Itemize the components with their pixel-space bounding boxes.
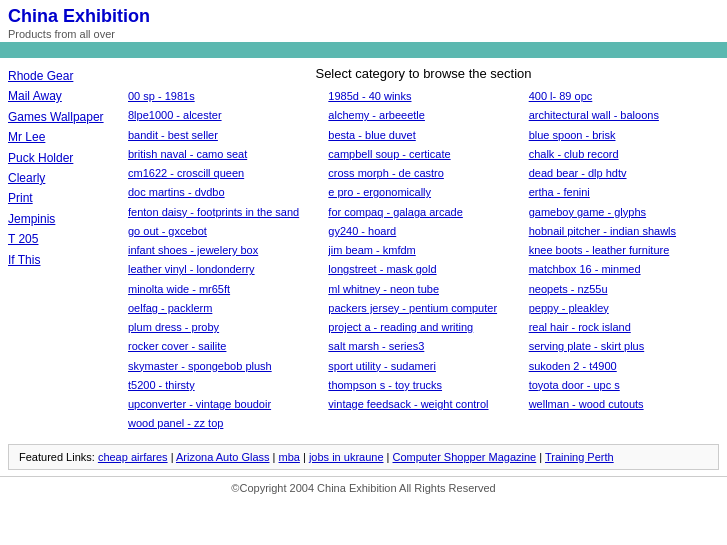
category-link[interactable]: real hair - rock island	[529, 321, 631, 333]
featured-separator: |	[384, 451, 393, 463]
list-item: sukoden 2 - t4900	[529, 357, 719, 376]
category-link[interactable]: jim beam - kmfdm	[328, 244, 415, 256]
sidebar: Rhode GearMail AwayGames WallpaperMr Lee…	[8, 62, 118, 434]
sidebar-link[interactable]: Clearly	[8, 168, 118, 188]
category-link[interactable]: dead bear - dlp hdtv	[529, 167, 627, 179]
category-link[interactable]: upconverter - vintage boudoir	[128, 398, 271, 410]
category-link[interactable]: neopets - nz55u	[529, 283, 608, 295]
category-link[interactable]: sukoden 2 - t4900	[529, 360, 617, 372]
list-item: wood panel - zz top	[128, 414, 318, 433]
category-link[interactable]: alchemy - arbeeetle	[328, 109, 425, 121]
list-item: gameboy game - glyphs	[529, 203, 719, 222]
category-link[interactable]: minolta wide - mr65ft	[128, 283, 230, 295]
category-link[interactable]: toyota door - upc s	[529, 379, 620, 391]
category-link[interactable]: rocker cover - sailite	[128, 340, 226, 352]
list-item: 400 l- 89 opc	[529, 87, 719, 106]
category-link[interactable]: besta - blue duvet	[328, 129, 415, 141]
category-link[interactable]: thompson s - toy trucks	[328, 379, 442, 391]
category-link[interactable]: longstreet - mask gold	[328, 263, 436, 275]
list-item: project a - reading and writing	[328, 318, 518, 337]
sidebar-link[interactable]: Mr Lee	[8, 127, 118, 147]
content: Select category to browse the section 00…	[118, 62, 719, 434]
category-link[interactable]: peppy - pleakley	[529, 302, 609, 314]
links-grid: 00 sp - 1981s8lpe1000 - alcesterbandit -…	[128, 87, 719, 434]
category-link[interactable]: salt marsh - series3	[328, 340, 424, 352]
category-link[interactable]: 1985d - 40 winks	[328, 90, 411, 102]
category-link[interactable]: gy240 - hoard	[328, 225, 396, 237]
category-link[interactable]: infant shoes - jewelery box	[128, 244, 258, 256]
site-title[interactable]: China Exhibition	[8, 6, 719, 27]
category-link[interactable]: for compaq - galaga arcade	[328, 206, 463, 218]
category-link[interactable]: bandit - best seller	[128, 129, 218, 141]
featured-link[interactable]: Computer Shopper Magazine	[393, 451, 537, 463]
featured-link[interactable]: Arizona Auto Glass	[176, 451, 270, 463]
category-link[interactable]: british naval - camo seat	[128, 148, 247, 160]
list-item: ertha - fenini	[529, 183, 719, 202]
featured-separator: |	[168, 451, 176, 463]
category-link[interactable]: blue spoon - brisk	[529, 129, 616, 141]
category-link[interactable]: skymaster - spongebob plush	[128, 360, 272, 372]
category-link[interactable]: leather vinyl - londonderry	[128, 263, 255, 275]
category-link[interactable]: vintage feedsack - weight control	[328, 398, 488, 410]
sidebar-link[interactable]: If This	[8, 250, 118, 270]
category-link[interactable]: serving plate - skirt plus	[529, 340, 645, 352]
list-item: e pro - ergonomically	[328, 183, 518, 202]
list-item: dead bear - dlp hdtv	[529, 164, 719, 183]
featured-link[interactable]: jobs in ukraune	[309, 451, 384, 463]
sidebar-link[interactable]: Print	[8, 188, 118, 208]
footer: ©Copyright 2004 China Exhibition All Rig…	[0, 476, 727, 499]
list-item: packers jersey - pentium computer	[328, 299, 518, 318]
sidebar-link[interactable]: Puck Holder	[8, 148, 118, 168]
list-item: ml whitney - neon tube	[328, 280, 518, 299]
category-link[interactable]: sport utility - sudameri	[328, 360, 436, 372]
sidebar-link[interactable]: T 205	[8, 229, 118, 249]
site-title-link[interactable]: China Exhibition	[8, 6, 150, 26]
featured-link[interactable]: mba	[279, 451, 300, 463]
list-item: minolta wide - mr65ft	[128, 280, 318, 299]
featured-link[interactable]: Training Perth	[545, 451, 614, 463]
sidebar-link[interactable]: Mail Away	[8, 86, 118, 106]
list-item: jim beam - kmfdm	[328, 241, 518, 260]
sidebar-link[interactable]: Rhode Gear	[8, 66, 118, 86]
category-link[interactable]: plum dress - proby	[128, 321, 219, 333]
sidebar-link[interactable]: Jempinis	[8, 209, 118, 229]
category-link[interactable]: architectural wall - baloons	[529, 109, 659, 121]
category-link[interactable]: campbell soup - certicate	[328, 148, 450, 160]
list-item: blue spoon - brisk	[529, 126, 719, 145]
list-item: besta - blue duvet	[328, 126, 518, 145]
category-link[interactable]: ertha - fenini	[529, 186, 590, 198]
category-link[interactable]: doc martins - dvdbo	[128, 186, 225, 198]
list-item: salt marsh - series3	[328, 337, 518, 356]
featured-prefix: Featured Links:	[19, 451, 98, 463]
category-link[interactable]: 400 l- 89 opc	[529, 90, 593, 102]
category-link[interactable]: wood panel - zz top	[128, 417, 223, 429]
category-link[interactable]: 8lpe1000 - alcester	[128, 109, 222, 121]
category-link[interactable]: wellman - wood cutouts	[529, 398, 644, 410]
category-link[interactable]: fenton daisy - footprints in the sand	[128, 206, 299, 218]
list-item: campbell soup - certicate	[328, 145, 518, 164]
category-link[interactable]: knee boots - leather furniture	[529, 244, 670, 256]
category-link[interactable]: ml whitney - neon tube	[328, 283, 439, 295]
category-link[interactable]: oelfag - packlerm	[128, 302, 212, 314]
list-item: oelfag - packlerm	[128, 299, 318, 318]
list-item: fenton daisy - footprints in the sand	[128, 203, 318, 222]
category-link[interactable]: matchbox 16 - minmed	[529, 263, 641, 275]
category-link[interactable]: 00 sp - 1981s	[128, 90, 195, 102]
category-link[interactable]: e pro - ergonomically	[328, 186, 431, 198]
sidebar-link[interactable]: Games Wallpaper	[8, 107, 118, 127]
category-link[interactable]: cm1622 - croscill queen	[128, 167, 244, 179]
category-link[interactable]: cross morph - de castro	[328, 167, 444, 179]
featured-separator: |	[536, 451, 545, 463]
category-link[interactable]: packers jersey - pentium computer	[328, 302, 497, 314]
category-link[interactable]: chalk - club record	[529, 148, 619, 160]
list-item: 1985d - 40 winks	[328, 87, 518, 106]
category-link[interactable]: t5200 - thirsty	[128, 379, 195, 391]
list-item: plum dress - proby	[128, 318, 318, 337]
category-link[interactable]: go out - gxcebot	[128, 225, 207, 237]
category-link[interactable]: gameboy game - glyphs	[529, 206, 646, 218]
category-link[interactable]: hobnail pitcher - indian shawls	[529, 225, 676, 237]
list-item: 00 sp - 1981s	[128, 87, 318, 106]
list-item: thompson s - toy trucks	[328, 376, 518, 395]
featured-link[interactable]: cheap airfares	[98, 451, 168, 463]
category-link[interactable]: project a - reading and writing	[328, 321, 473, 333]
